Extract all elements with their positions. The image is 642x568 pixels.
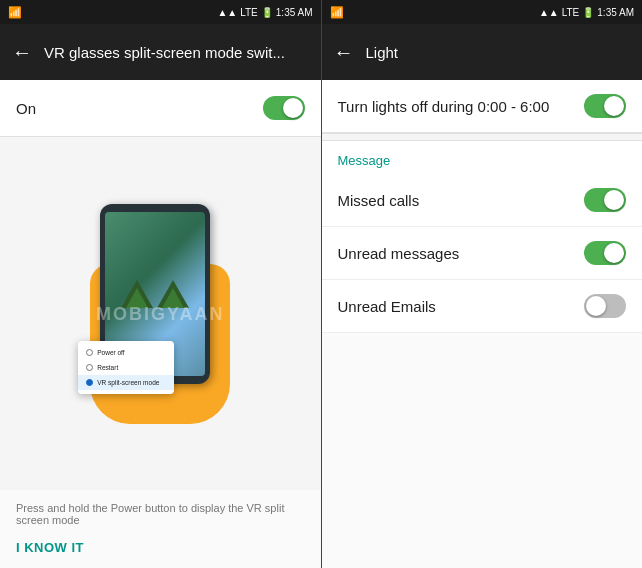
i-know-it-button[interactable]: I KNOW IT [16,540,84,555]
bottom-description: Press and hold the Power button to displ… [16,502,305,526]
lte-label: LTE [240,7,258,18]
unread-messages-label: Unread messages [338,245,460,262]
radio-vr-mode [86,379,93,386]
section-divider [322,133,643,141]
unread-emails-toggle-thumb [586,296,606,316]
popup-restart-label: Restart [97,364,118,371]
right-time: 1:35 AM [597,7,634,18]
left-toolbar-title: VR glasses split-screen mode swit... [44,44,309,61]
vr-mode-toggle-thumb [283,98,303,118]
radio-power-off [86,349,93,356]
right-status-bar: 📶 ▲▲ LTE 🔋 1:35 AM [322,0,643,24]
left-status-icons: 📶 [8,6,22,19]
vr-mode-toggle[interactable] [263,96,305,120]
notification-icon: 📶 [8,6,22,19]
unread-emails-label: Unread Emails [338,298,436,315]
popup-vr-mode: VR split-screen mode [78,375,174,390]
left-toolbar: ← VR glasses split-screen mode swit... [0,24,321,80]
lights-off-toggle[interactable] [584,94,626,118]
right-status-right: ▲▲ LTE 🔋 1:35 AM [539,7,634,18]
popup-power-off-label: Power off [97,349,124,356]
lights-off-toggle-thumb [604,96,624,116]
vr-mode-setting-row: On [0,80,321,137]
radio-restart [86,364,93,371]
unread-messages-setting-row: Unread messages [322,227,643,280]
popup-power-off: Power off [78,345,174,360]
power-menu-popup: Power off Restart VR split-screen mode [78,341,174,394]
unread-emails-setting-row: Unread Emails [322,280,643,333]
phone-illustration: Power off Restart VR split-screen mode [70,204,250,424]
battery-icon: 🔋 [261,7,273,18]
missed-calls-toggle-thumb [604,190,624,210]
missed-calls-setting-row: Missed calls [322,174,643,227]
left-status-right: ▲▲ LTE 🔋 1:35 AM [217,7,312,18]
right-panel: 📶 ▲▲ LTE 🔋 1:35 AM ← Light Turn lights o… [322,0,643,568]
vr-mode-label: On [16,100,36,117]
unread-messages-toggle[interactable] [584,241,626,265]
signal-icon: ▲▲ [217,7,237,18]
left-back-button[interactable]: ← [12,41,32,64]
right-toolbar-title: Light [366,44,631,61]
right-signal-icon: ▲▲ [539,7,559,18]
right-status-icons: 📶 [330,6,344,19]
left-status-bar: 📶 ▲▲ LTE 🔋 1:35 AM [0,0,321,24]
popup-vr-mode-label: VR split-screen mode [97,379,159,386]
missed-calls-toggle[interactable] [584,188,626,212]
popup-restart: Restart [78,360,174,375]
bottom-area: Press and hold the Power button to displ… [0,490,321,568]
right-lte-label: LTE [562,7,580,18]
right-notification-icon: 📶 [330,6,344,19]
tree-graphic-2 [157,280,189,308]
lights-off-label: Turn lights off during 0:00 - 6:00 [338,98,550,115]
unread-messages-toggle-thumb [604,243,624,263]
illustration-area: MOBIGYAAN Power off [0,137,321,490]
left-panel: 📶 ▲▲ LTE 🔋 1:35 AM ← VR glasses split-sc… [0,0,322,568]
unread-emails-toggle[interactable] [584,294,626,318]
tree-graphic-1 [121,280,153,308]
left-time: 1:35 AM [276,7,313,18]
missed-calls-label: Missed calls [338,192,420,209]
message-section-header: Message [322,141,643,174]
lights-off-setting-row: Turn lights off during 0:00 - 6:00 [322,80,643,133]
right-battery-icon: 🔋 [582,7,594,18]
right-back-button[interactable]: ← [334,41,354,64]
right-toolbar: ← Light [322,24,643,80]
